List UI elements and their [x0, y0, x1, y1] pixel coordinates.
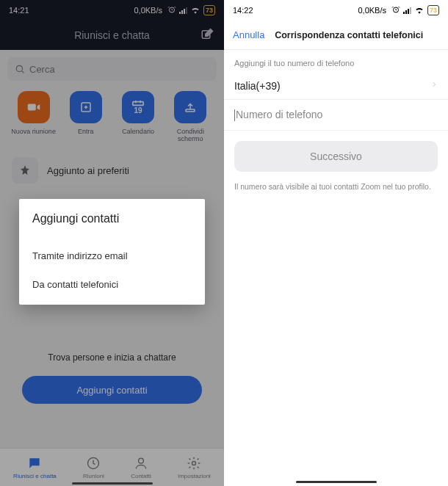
country-value: Italia(+39) [234, 80, 281, 92]
home-indicator [72, 482, 153, 485]
home-indicator [296, 481, 377, 483]
privacy-note: Il numero sarà visibile ai tuoi contatti… [234, 182, 438, 191]
status-time: 14:22 [233, 6, 253, 15]
page-title: Corrispondenza contatti telefonici [259, 30, 439, 40]
battery-icon: 73 [427, 5, 439, 15]
text-cursor [234, 109, 235, 121]
sheet-item-email[interactable]: Tramite indirizzo email [32, 242, 192, 270]
signal-icon [403, 7, 411, 14]
status-speed: 0,0KB/s [358, 6, 386, 15]
next-button[interactable]: Successivo [234, 141, 438, 172]
sheet-item-phone[interactable]: Da contatti telefonici [32, 270, 192, 299]
add-contacts-sheet: Aggiungi contatti Tramite indirizzo emai… [19, 199, 205, 305]
wifi-icon [414, 6, 424, 15]
status-bar: 14:22 0,0KB/s 73 [224, 0, 448, 21]
chevron-right-icon [430, 79, 438, 92]
status-right: 0,0KB/s 73 [358, 5, 439, 15]
alarm-icon [391, 5, 400, 15]
section-label: Aggiungi il tuo numero di telefono [224, 50, 448, 72]
phone-placeholder: Numero di telefono [236, 109, 322, 120]
header: Annulla Corrispondenza contatti telefoni… [224, 21, 448, 50]
phone-input[interactable]: Numero di telefono [224, 100, 448, 131]
country-selector[interactable]: Italia(+39) [224, 72, 448, 100]
sheet-title: Aggiungi contatti [32, 212, 192, 225]
right-body: Successivo Il numero sarà visibile ai tu… [224, 131, 448, 201]
